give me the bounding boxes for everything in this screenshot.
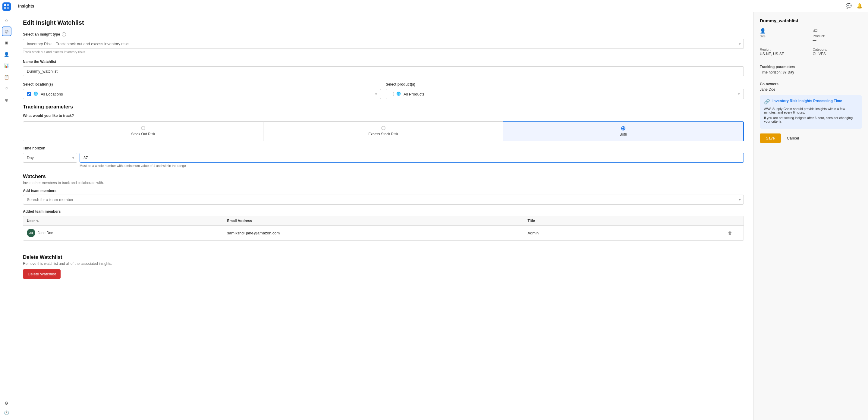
panel-actions: Save Cancel <box>760 133 862 143</box>
col-header-title: Title <box>527 219 728 223</box>
time-horizon-unit-wrapper: Day Week Month <box>23 153 77 163</box>
radio-both[interactable]: Both <box>503 122 744 141</box>
product-checkbox[interactable] <box>390 92 394 96</box>
delete-section: Delete Watchlist Remove this watchlist a… <box>23 248 744 279</box>
watchlist-name-input[interactable] <box>23 66 744 76</box>
svg-rect-0 <box>4 4 6 6</box>
radio-stock-out[interactable]: Stock Out Risk <box>23 122 264 141</box>
panel-region-value: US-NE, US-SE <box>760 52 809 56</box>
location-icon: 🌐 <box>33 92 38 96</box>
member-email: samikshd+jane@amazon.com <box>227 231 280 235</box>
chat-icon[interactable]: 💬 <box>845 2 852 10</box>
insight-type-select[interactable]: Inventory Risk – Track stock out and exc… <box>23 39 744 49</box>
svg-rect-2 <box>4 7 6 9</box>
panel-coowners-label: Co-owners <box>760 82 862 86</box>
info-box-icon: 🔗 <box>764 99 770 104</box>
insight-type-label: Select an insight type i <box>23 32 744 36</box>
radio-label-excess-stock: Excess Stock Risk <box>368 132 398 136</box>
sidebar: ⌂ ◎ ▣ 👤 📊 📋 ♡ ⊕ ⚙ 🕐 <box>0 0 13 420</box>
location-select[interactable]: 🌐 All Locations ▾ <box>23 89 381 99</box>
watchlist-name-section: Name the Watchlist <box>23 60 744 76</box>
info-box-text1: AWS Supply Chain should provide insights… <box>764 107 858 114</box>
table-row: JD Jane Doe samikshd+jane@amazon.com Adm… <box>23 226 744 240</box>
product-dropdown-arrow-icon: ▾ <box>738 92 740 96</box>
app-logo <box>2 2 11 11</box>
product-select[interactable]: 🌐 All Products ▾ <box>386 89 744 99</box>
col-header-user[interactable]: User ⇅ <box>27 219 227 223</box>
product-panel-icon: 🏷 <box>813 28 862 33</box>
location-checkbox[interactable] <box>27 92 31 96</box>
right-panel: Dummy_watchlist 👤 Site: — 🏷 Product: — R… <box>753 12 868 420</box>
sidebar-item-integrations[interactable]: ⊕ <box>2 95 11 105</box>
sidebar-item-settings[interactable]: ⚙ <box>2 398 11 408</box>
tracking-section-title: Tracking parameters <box>23 104 744 110</box>
panel-region-label: Region: <box>760 47 809 51</box>
time-horizon-value-input[interactable] <box>80 153 744 163</box>
delete-member-icon[interactable]: 🗑 <box>728 230 732 235</box>
member-user-cell: JD Jane Doe <box>27 229 227 237</box>
panel-site-value: — <box>760 39 809 43</box>
delete-section-title: Delete Watchlist <box>23 254 744 260</box>
team-member-search-input[interactable] <box>23 195 744 204</box>
sidebar-item-home[interactable]: ⌂ <box>2 15 11 25</box>
sidebar-item-inventory[interactable]: ▣ <box>2 38 11 47</box>
table-header: User ⇅ Email Address Title <box>23 216 744 226</box>
location-col: Select location(s) 🌐 All Locations ▾ <box>23 82 381 99</box>
watchers-desc: Invite other members to track and collab… <box>23 181 744 185</box>
time-horizon-input-wrap: Must be a whole number with a minimum va… <box>80 153 744 167</box>
delete-watchlist-button[interactable]: Delete Watchlist <box>23 269 61 279</box>
panel-category-label: Category: <box>813 47 862 51</box>
added-members-label: Added team members <box>23 209 744 214</box>
info-box-title: Inventory Risk Insights Processing Time <box>772 99 842 103</box>
radio-circle-both <box>621 126 625 130</box>
radio-label-stock-out: Stock Out Risk <box>131 132 155 136</box>
member-email-cell: samikshd+jane@amazon.com <box>227 231 528 235</box>
radio-circle-stock-out <box>141 126 145 130</box>
notification-icon[interactable]: 🔔 <box>856 2 863 10</box>
time-horizon-label: Time horizon <box>23 146 744 150</box>
sidebar-item-analytics[interactable]: 📊 <box>2 61 11 70</box>
panel-watchlist-name: Dummy_watchlist <box>760 18 862 23</box>
sort-icon-user: ⇅ <box>36 219 38 223</box>
col-header-action <box>728 219 740 223</box>
top-bar-title: Insights <box>18 4 34 8</box>
info-box: 🔗 Inventory Risk Insights Processing Tim… <box>760 95 862 129</box>
form-area: Edit Insight Watchlist Select an insight… <box>13 12 753 420</box>
sidebar-item-orders[interactable]: 📋 <box>2 72 11 82</box>
time-horizon-unit-select[interactable]: Day Week Month <box>23 153 77 163</box>
insight-type-info-icon[interactable]: i <box>62 32 66 36</box>
panel-meta-grid: 👤 Site: — 🏷 Product: — <box>760 28 862 43</box>
radio-label-both: Both <box>620 132 627 136</box>
watchers-section: Watchers Invite other members to track a… <box>23 173 744 241</box>
cancel-button[interactable]: Cancel <box>783 133 803 143</box>
svg-rect-3 <box>7 7 9 9</box>
member-name: Jane Doe <box>38 231 53 235</box>
page-title: Edit Insight Watchlist <box>23 19 744 26</box>
sidebar-item-clock[interactable]: 🕐 <box>2 408 11 418</box>
panel-time-horizon-label: Time horizon: <box>760 70 781 74</box>
svg-rect-1 <box>7 4 9 6</box>
info-box-header: 🔗 Inventory Risk Insights Processing Tim… <box>764 99 858 104</box>
location-product-row: Select location(s) 🌐 All Locations ▾ Sel… <box>23 82 744 99</box>
product-label: Select product(s) <box>386 82 744 87</box>
product-text: All Products <box>404 92 736 96</box>
top-bar: Insights 💬 🔔 <box>13 0 868 12</box>
location-label: Select location(s) <box>23 82 381 87</box>
tracking-section: Tracking parameters What would you like … <box>23 104 744 167</box>
panel-divider-1 <box>760 61 862 61</box>
panel-category: Category: OLIVES <box>813 47 862 56</box>
sidebar-item-favorites[interactable]: ♡ <box>2 84 11 93</box>
panel-time-horizon-val: 37 Day <box>783 70 795 74</box>
product-col: Select product(s) 🌐 All Products ▾ <box>386 82 744 99</box>
panel-tracking-params-label: Tracking parameters <box>760 65 862 69</box>
insight-type-subtitle: Track stock out and excess inventory ris… <box>23 50 744 54</box>
panel-region-category-grid: Region: US-NE, US-SE Category: OLIVES <box>760 47 862 56</box>
col-header-email: Email Address <box>227 219 528 223</box>
avatar: JD <box>27 229 35 237</box>
save-button[interactable]: Save <box>760 133 781 143</box>
radio-excess-stock[interactable]: Excess Stock Risk <box>264 122 504 141</box>
panel-region: Region: US-NE, US-SE <box>760 47 809 56</box>
sidebar-item-insights[interactable]: ◎ <box>2 27 11 36</box>
sidebar-item-people[interactable]: 👤 <box>2 50 11 59</box>
panel-category-value: OLIVES <box>813 52 862 56</box>
